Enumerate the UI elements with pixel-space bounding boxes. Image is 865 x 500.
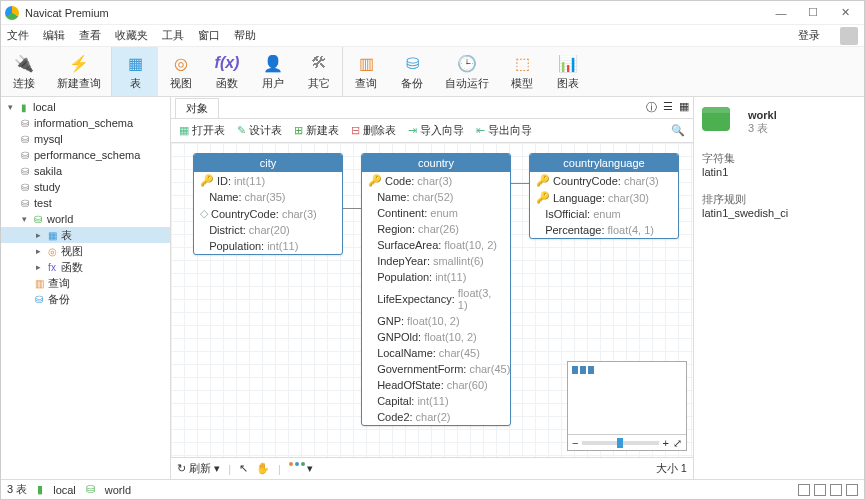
tree-queries[interactable]: ▥查询	[1, 275, 170, 291]
column-row[interactable]: Name: char(35)	[194, 189, 342, 205]
overview-panel[interactable]: − + ⤢	[567, 361, 687, 451]
entity-city[interactable]: city🔑ID: int(11) Name: char(35)◇CountryC…	[193, 153, 343, 255]
hand-tool-button[interactable]: ✋	[256, 462, 270, 475]
toolbar-other[interactable]: 🛠其它	[296, 47, 342, 96]
toolbar-table[interactable]: ▦表	[112, 47, 158, 96]
tree-tables[interactable]: ▸▦表	[1, 227, 170, 243]
list-icon[interactable]: ☰	[663, 100, 673, 115]
column-row[interactable]: 🔑Language: char(30)	[530, 189, 678, 206]
erd-canvas[interactable]: city🔑ID: int(11) Name: char(35)◇CountryC…	[171, 143, 693, 457]
zoom-slider[interactable]	[582, 441, 658, 445]
column-row[interactable]: LifeExpectancy: float(3, 1)	[362, 285, 510, 313]
tree-db[interactable]: ⛁mysql	[1, 131, 170, 147]
zoom-out-button[interactable]: −	[572, 437, 578, 449]
pointer-tool-button[interactable]: ↖	[239, 462, 248, 475]
avatar-icon[interactable]	[840, 27, 858, 45]
import-button[interactable]: ⇥导入向导	[408, 123, 464, 138]
expand-icon[interactable]: ▸	[33, 246, 43, 256]
maximize-button[interactable]: ☐	[798, 3, 828, 23]
color-picker-button[interactable]: ▾	[289, 462, 313, 475]
column-row[interactable]: Name: char(52)	[362, 189, 510, 205]
column-row[interactable]: SurfaceArea: float(10, 2)	[362, 237, 510, 253]
export-button[interactable]: ⇤导出向导	[476, 123, 532, 138]
tree-db[interactable]: ⛁sakila	[1, 163, 170, 179]
toolbar-user[interactable]: 👤用户	[250, 47, 296, 96]
info-icon[interactable]: ⓘ	[646, 100, 657, 115]
column-row[interactable]: GovernmentForm: char(45)	[362, 361, 510, 377]
column-row[interactable]: Continent: enum	[362, 205, 510, 221]
toolbar-auto[interactable]: 🕒自动运行	[435, 47, 499, 96]
menu-view[interactable]: 查看	[79, 28, 101, 43]
expand-icon[interactable]: ▾	[5, 102, 15, 112]
menu-file[interactable]: 文件	[7, 28, 29, 43]
view-mode-button[interactable]	[814, 484, 826, 496]
menu-help[interactable]: 帮助	[234, 28, 256, 43]
view-mode-button[interactable]	[830, 484, 842, 496]
column-row[interactable]: GNPOld: float(10, 2)	[362, 329, 510, 345]
zoom-in-button[interactable]: +	[663, 437, 669, 449]
column-row[interactable]: IndepYear: smallint(6)	[362, 253, 510, 269]
toolbar-connect[interactable]: 🔌连接	[1, 47, 47, 96]
column-row[interactable]: LocalName: char(45)	[362, 345, 510, 361]
tree-views[interactable]: ▸◎视图	[1, 243, 170, 259]
tab-objects[interactable]: 对象	[175, 98, 219, 118]
column-row[interactable]: 🔑CountryCode: char(3)	[530, 172, 678, 189]
column-row[interactable]: GNP: float(10, 2)	[362, 313, 510, 329]
column-row[interactable]: Population: int(11)	[194, 238, 342, 254]
column-row[interactable]: IsOfficial: enum	[530, 206, 678, 222]
column-row[interactable]: Population: int(11)	[362, 269, 510, 285]
expand-icon[interactable]: ▸	[33, 230, 43, 240]
view-mode-button[interactable]	[846, 484, 858, 496]
refresh-button[interactable]: ↻ 刷新 ▾	[177, 461, 220, 476]
view-icon: ◎	[170, 52, 192, 74]
entity-header[interactable]: country	[362, 154, 510, 172]
new-table-button[interactable]: ⊞新建表	[294, 123, 339, 138]
minimize-button[interactable]: —	[766, 3, 796, 23]
column-row[interactable]: 🔑Code: char(3)	[362, 172, 510, 189]
zoom-fit-button[interactable]: ⤢	[673, 437, 682, 450]
menu-tools[interactable]: 工具	[162, 28, 184, 43]
column-row[interactable]: HeadOfState: char(60)	[362, 377, 510, 393]
tree-db[interactable]: ⛁performance_schema	[1, 147, 170, 163]
tree-db[interactable]: ⛁test	[1, 195, 170, 211]
column-row[interactable]: ◇CountryCode: char(3)	[194, 205, 342, 222]
search-icon[interactable]: 🔍	[671, 124, 685, 137]
column-row[interactable]: Capital: int(11)	[362, 393, 510, 409]
entity-header[interactable]: city	[194, 154, 342, 172]
toolbar-chart[interactable]: 📊图表	[545, 47, 591, 96]
tree-db-world[interactable]: ▾⛁world	[1, 211, 170, 227]
entity-header[interactable]: countrylanguage	[530, 154, 678, 172]
view-mode-button[interactable]	[798, 484, 810, 496]
toolbar-query[interactable]: ▥查询	[343, 47, 389, 96]
entity-countrylanguage[interactable]: countrylanguage🔑CountryCode: char(3)🔑Lan…	[529, 153, 679, 239]
entity-country[interactable]: country🔑Code: char(3) Name: char(52) Con…	[361, 153, 511, 426]
tree-connection-local[interactable]: ▾▮local	[1, 99, 170, 115]
tree-db[interactable]: ⛁information_schema	[1, 115, 170, 131]
column-row[interactable]: 🔑ID: int(11)	[194, 172, 342, 189]
toolbar-model[interactable]: ⬚模型	[499, 47, 545, 96]
tree-backups[interactable]: ⛁备份	[1, 291, 170, 307]
close-button[interactable]: ✕	[830, 3, 860, 23]
object-toolbar: ▦打开表 ✎设计表 ⊞新建表 ⊟删除表 ⇥导入向导 ⇤导出向导 🔍	[171, 119, 693, 143]
menu-edit[interactable]: 编辑	[43, 28, 65, 43]
menu-window[interactable]: 窗口	[198, 28, 220, 43]
toolbar-backup[interactable]: ⛁备份	[389, 47, 435, 96]
design-table-button[interactable]: ✎设计表	[237, 123, 282, 138]
toolbar-function[interactable]: f(x)函数	[204, 47, 250, 96]
delete-table-button[interactable]: ⊟删除表	[351, 123, 396, 138]
column-row[interactable]: District: char(20)	[194, 222, 342, 238]
column-row[interactable]: Region: char(26)	[362, 221, 510, 237]
grid-icon[interactable]: ▦	[679, 100, 689, 115]
connection-tree[interactable]: ▾▮local ⛁information_schema ⛁mysql ⛁perf…	[1, 97, 171, 479]
expand-icon[interactable]: ▸	[33, 262, 43, 272]
toolbar-view[interactable]: ◎视图	[158, 47, 204, 96]
column-row[interactable]: Code2: char(2)	[362, 409, 510, 425]
tree-functions[interactable]: ▸fx函数	[1, 259, 170, 275]
tree-db[interactable]: ⛁study	[1, 179, 170, 195]
expand-icon[interactable]: ▾	[19, 214, 29, 224]
menu-favorites[interactable]: 收藏夹	[115, 28, 148, 43]
column-row[interactable]: Percentage: float(4, 1)	[530, 222, 678, 238]
login-link[interactable]: 登录	[798, 28, 820, 43]
toolbar-new-query[interactable]: ⚡新建查询	[47, 47, 111, 96]
open-table-button[interactable]: ▦打开表	[179, 123, 225, 138]
